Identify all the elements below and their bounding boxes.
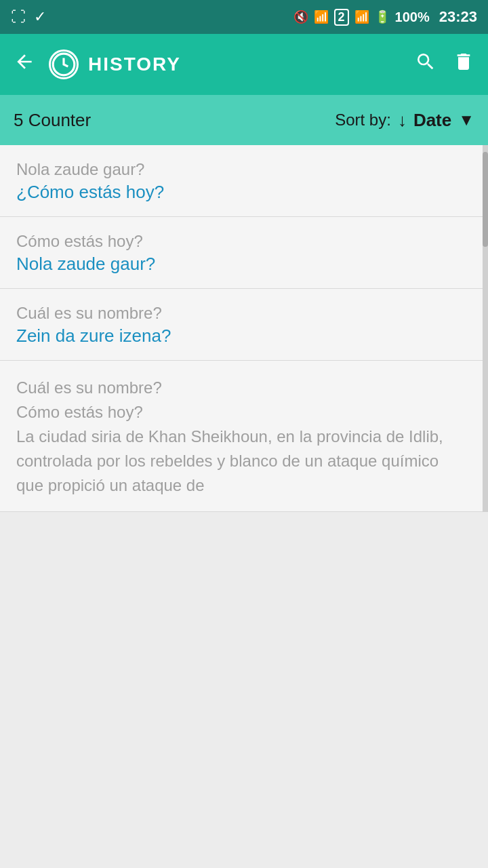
signal-bar-icon: 📶 bbox=[354, 9, 369, 24]
list-item[interactable]: Cómo estás hoy? Nola zaude gaur? bbox=[0, 217, 483, 289]
list-item[interactable]: Cuál es su nombre? Zein da zure izena? bbox=[0, 289, 483, 361]
status-bar: ⛶ ✓ 🔇 📶 2 📶 🔋 100% 23:23 bbox=[0, 0, 488, 34]
item-translation-text: Zein da zure izena? bbox=[16, 326, 466, 347]
list-item-multiline[interactable]: Cuál es su nombre? Cómo estás hoy? La ci… bbox=[0, 361, 483, 512]
back-button[interactable] bbox=[14, 50, 35, 79]
sub-header: 5 Counter Sort by: ↓ Date ▼ bbox=[0, 95, 488, 145]
item-translation-text: ¿Cómo estás hoy? bbox=[16, 182, 466, 203]
dropdown-icon[interactable]: ▼ bbox=[458, 111, 474, 130]
status-bar-right: 🔇 📶 2 📶 🔋 100% 23:23 bbox=[293, 8, 477, 26]
app-bar: HISTORY bbox=[0, 34, 488, 95]
history-list: Nola zaude gaur? ¿Cómo estás hoy? Cómo e… bbox=[0, 145, 483, 512]
content-area: Nola zaude gaur? ¿Cómo estás hoy? Cómo e… bbox=[0, 145, 488, 512]
sort-by-label: Sort by: bbox=[335, 111, 391, 130]
clock-icon bbox=[49, 50, 79, 79]
app-bar-actions bbox=[415, 51, 474, 78]
counter-label: 5 Counter bbox=[14, 110, 335, 131]
image-icon: ⛶ bbox=[11, 8, 26, 26]
item-source-text: Cuál es su nombre? bbox=[16, 304, 466, 323]
app-bar-title: HISTORY bbox=[88, 54, 181, 75]
battery-icon: 🔋 bbox=[375, 9, 390, 24]
item-translation-text: Nola zaude gaur? bbox=[16, 254, 466, 275]
list-item[interactable]: Nola zaude gaur? ¿Cómo estás hoy? bbox=[0, 145, 483, 217]
search-button[interactable] bbox=[415, 51, 436, 78]
scrollbar-thumb[interactable] bbox=[483, 152, 488, 247]
item-source-text: Cómo estás hoy? bbox=[16, 232, 466, 251]
sort-value: Date bbox=[413, 110, 451, 131]
sort-group[interactable]: Sort by: ↓ Date ▼ bbox=[335, 110, 474, 131]
time-display: 23:23 bbox=[439, 8, 477, 26]
mute-icon: 🔇 bbox=[293, 9, 308, 24]
sort-direction-icon: ↓ bbox=[398, 110, 407, 131]
scrollbar[interactable] bbox=[483, 145, 488, 512]
wifi-icon: 📶 bbox=[314, 9, 329, 24]
network-badge: 2 bbox=[334, 9, 349, 26]
status-bar-left: ⛶ ✓ bbox=[11, 8, 46, 26]
battery-percent: 100% bbox=[395, 9, 430, 25]
item-source-text: Nola zaude gaur? bbox=[16, 160, 466, 179]
app-bar-title-group: HISTORY bbox=[49, 50, 401, 79]
check-icon: ✓ bbox=[34, 8, 46, 26]
multiline-text: Cuál es su nombre? Cómo estás hoy? La ci… bbox=[16, 376, 466, 498]
delete-button[interactable] bbox=[453, 51, 474, 78]
